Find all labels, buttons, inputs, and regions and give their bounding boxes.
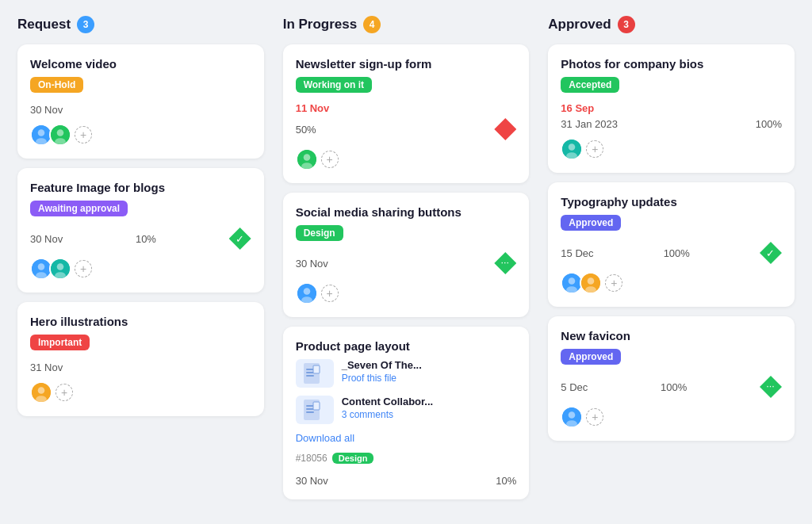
svg-point-19 — [303, 288, 310, 295]
svg-point-7 — [38, 263, 45, 270]
card-card-hero-illustrations[interactable]: Hero illustrationsImportant31 Nov + — [17, 302, 264, 416]
column-request: Request3Welcome videoOn-Hold30 Nov +Feat… — [17, 16, 264, 509]
avatar-row: + — [296, 148, 517, 170]
file-name: _Seven Of The... — [342, 359, 422, 371]
card-date-top: 16 Sep — [561, 102, 594, 114]
add-member-button[interactable]: + — [586, 408, 603, 426]
add-member-button[interactable]: + — [56, 384, 73, 401]
card-date: 31 Nov — [30, 361, 63, 373]
card-percent: 100% — [756, 118, 782, 130]
card-id-tag: Design — [332, 453, 374, 464]
card-card-social-media[interactable]: Social media sharing buttonsDesign30 Nov… — [283, 193, 530, 317]
svg-point-36 — [566, 286, 577, 293]
card-percent: 50% — [296, 124, 316, 136]
svg-point-41 — [569, 411, 576, 419]
svg-point-16 — [303, 154, 310, 161]
card-bottom-row: 30 Nov — [30, 104, 251, 116]
avatar-row: + — [30, 124, 251, 146]
file-info: _Seven Of The...Proof this file — [342, 359, 422, 384]
column-title-approved: Approved — [548, 17, 611, 33]
svg-point-42 — [566, 420, 577, 427]
avatar-row: + — [296, 282, 517, 304]
svg-point-13 — [38, 387, 45, 394]
svg-rect-30 — [313, 402, 320, 410]
avatar — [561, 138, 583, 160]
svg-point-20 — [301, 296, 312, 304]
column-title-in-progress: In Progress — [283, 17, 358, 33]
card-card-newsletter[interactable]: Newsletter sign-up formWorking on it11 N… — [283, 44, 530, 183]
column-header-request: Request3 — [17, 16, 264, 33]
avatar — [30, 381, 52, 404]
card-bottom-row: 15 Dec100%✓ — [561, 242, 782, 264]
card-card-product-page[interactable]: Product page layout _Seven Of The...Proo… — [283, 327, 530, 499]
card-bottom-row: 31 Jan 2023100% — [561, 118, 782, 130]
card-tag: Awaiting approval — [30, 201, 128, 216]
card-title: Typography updates — [561, 195, 782, 208]
svg-point-14 — [36, 396, 47, 403]
card-title: Social media sharing buttons — [296, 205, 517, 219]
card-tag: Important — [30, 335, 90, 350]
card-title: Feature Image for blogs — [30, 181, 251, 194]
avatar — [580, 272, 602, 294]
avatar-row: + — [561, 138, 782, 160]
card-card-welcome-video[interactable]: Welcome videoOn-Hold30 Nov + — [17, 44, 264, 159]
card-tag: Design — [296, 225, 343, 241]
card-percent: 100% — [664, 247, 690, 259]
file-name: Content Collabor... — [342, 396, 434, 407]
card-percent: 10% — [496, 475, 516, 487]
download-all-link[interactable]: Download all — [296, 432, 517, 444]
column-header-in-progress: In Progress4 — [283, 16, 530, 33]
card-tag: Approved — [561, 215, 621, 231]
svg-point-5 — [55, 138, 66, 145]
add-member-button[interactable]: + — [586, 140, 603, 158]
avatar-row: + — [561, 272, 782, 294]
card-title: Newsletter sign-up form — [296, 57, 517, 71]
card-card-new-favicon[interactable]: New faviconApproved5 Dec100%··· + — [548, 316, 795, 441]
svg-point-8 — [36, 272, 47, 279]
card-percent: 100% — [661, 381, 687, 393]
card-bottom-row: 50% — [296, 118, 517, 140]
card-card-photos-company[interactable]: Photos for company biosAccepted16 Sep31 … — [548, 44, 795, 173]
svg-point-2 — [36, 138, 47, 145]
card-card-feature-image[interactable]: Feature Image for blogsAwaiting approval… — [17, 168, 264, 293]
card-id-row: #18056Design — [296, 450, 517, 472]
priority-icon — [494, 118, 516, 140]
svg-rect-25 — [313, 365, 320, 373]
card-date: 15 Dec — [561, 247, 593, 259]
kanban-board: Request3Welcome videoOn-Hold30 Nov +Feat… — [17, 16, 795, 509]
avatar — [49, 258, 71, 280]
file-thumbnail — [296, 396, 334, 424]
card-date-top: 11 Nov — [296, 102, 330, 114]
card-card-typography[interactable]: Typography updatesApproved15 Dec100%✓ + — [548, 182, 795, 307]
card-date: 30 Nov — [30, 104, 63, 116]
avatar-row: + — [30, 258, 251, 280]
dots-icon: ··· — [494, 252, 516, 274]
column-title-request: Request — [17, 17, 71, 33]
add-member-button[interactable]: + — [605, 274, 622, 292]
add-member-button[interactable]: + — [75, 126, 92, 143]
file-attachment: Content Collabor...3 comments — [296, 396, 517, 424]
card-title: Welcome video — [30, 57, 251, 71]
card-date: 30 Nov — [30, 233, 63, 245]
svg-point-11 — [55, 272, 66, 279]
column-in-progress: In Progress4Newsletter sign-up formWorki… — [283, 16, 530, 509]
avatar — [561, 406, 583, 428]
avatar — [296, 282, 318, 304]
add-member-button[interactable]: + — [321, 151, 339, 168]
add-member-button[interactable]: + — [321, 285, 339, 302]
card-tag: Working on it — [296, 77, 372, 93]
card-bottom-row: 30 Nov10% — [296, 475, 517, 487]
proof-file-link[interactable]: Proof this file — [342, 373, 422, 384]
avatar-row: + — [30, 381, 251, 404]
file-comments-link[interactable]: 3 comments — [342, 409, 434, 420]
card-tag: Approved — [561, 349, 621, 365]
svg-point-4 — [57, 129, 64, 136]
add-member-button[interactable]: + — [75, 260, 92, 277]
file-thumbnail — [296, 359, 334, 388]
card-date-top-row: 16 Sep — [561, 101, 782, 115]
check-icon: ✓ — [229, 228, 251, 250]
svg-point-33 — [566, 152, 577, 159]
svg-rect-29 — [306, 411, 314, 413]
svg-point-17 — [301, 163, 312, 170]
card-date-top-row: 11 Nov — [296, 101, 517, 115]
